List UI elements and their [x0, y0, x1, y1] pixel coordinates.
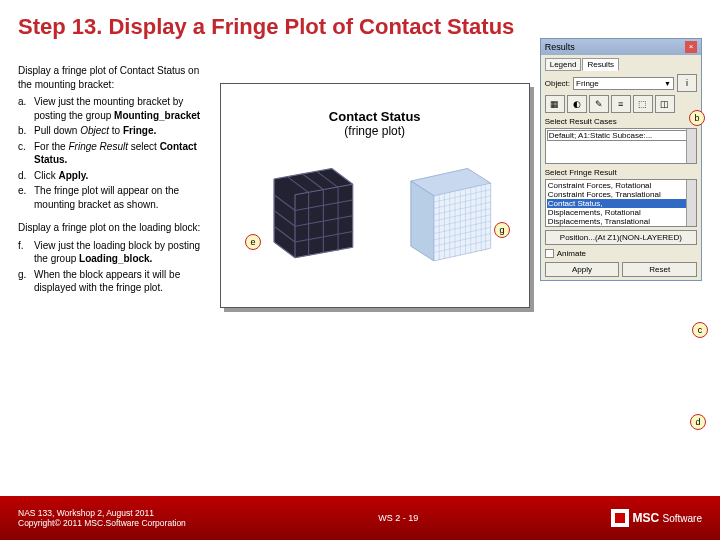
steps-list-1: a.View just the mounting bracket by post… — [18, 95, 215, 211]
panel-title-text: Results — [545, 42, 575, 52]
footer-page: WS 2 - 19 — [378, 513, 418, 523]
cases-title: Select Result Cases — [545, 117, 617, 126]
cube-right — [392, 158, 497, 263]
list-item[interactable]: Constraint Forces, Translational — [547, 190, 695, 199]
fringe-title-row: Select Fringe Result — [545, 168, 697, 177]
footer: NAS 133, Workshop 2, August 2011 Copyrig… — [0, 496, 720, 540]
content-area: Display a fringe plot of Contact Status … — [0, 48, 720, 308]
tab-results[interactable]: Results — [582, 58, 619, 71]
cube-left — [253, 158, 358, 263]
callout-c: c — [692, 322, 708, 338]
object-label: Object: — [545, 79, 570, 88]
cases-listbox[interactable]: Default; A1:Static Subcase:... — [545, 128, 697, 164]
step-text: The fringe plot will appear on the mount… — [34, 184, 215, 211]
object-select[interactable]: Fringe ▼ — [573, 77, 674, 90]
step-text: View just the mounting bracket by postin… — [34, 95, 215, 122]
icon-6[interactable]: ◫ — [655, 95, 675, 113]
chevron-down-icon: ▼ — [664, 80, 671, 87]
list-item-selected[interactable]: Contact Status, — [547, 199, 695, 208]
figure-subtitle: (fringe plot) — [221, 124, 529, 138]
step-marker: c. — [18, 140, 34, 167]
button-row: Apply Reset — [545, 262, 697, 277]
step-marker: e. — [18, 184, 34, 211]
object-row: Object: Fringe ▼ i — [545, 74, 697, 92]
panel-body: Legend Results Object: Fringe ▼ i ▦ ◐ ✎ … — [541, 55, 701, 280]
position-button[interactable]: Position...(At Z1)(NON-LAYERED) — [545, 230, 697, 245]
results-panel: Results × Legend Results Object: Fringe … — [540, 38, 702, 281]
instructions-column: Display a fringe plot of Contact Status … — [18, 48, 215, 308]
reset-button[interactable]: Reset — [622, 262, 697, 277]
icon-2[interactable]: ◐ — [567, 95, 587, 113]
footer-logo: MSC Software — [611, 509, 702, 527]
cases-title-row: Select Result Cases ✶ — [545, 117, 697, 126]
step-marker: b. — [18, 124, 34, 138]
fringe-title: Select Fringe Result — [545, 168, 617, 177]
step-text: For the Fringe Result select Contact Sta… — [34, 140, 215, 167]
intro-text-1: Display a fringe plot of Contact Status … — [18, 64, 215, 91]
step-text: When the block appears it will be displa… — [34, 268, 215, 295]
step-text: Click Apply. — [34, 169, 215, 183]
callout-e: e — [245, 234, 261, 250]
list-item[interactable]: Displacements, Translational — [547, 217, 695, 226]
intro-text-2: Display a fringe plot on the loading blo… — [18, 221, 215, 235]
steps-list-2: f.View just the loading block by posting… — [18, 239, 215, 295]
callout-b: b — [689, 110, 705, 126]
scrollbar[interactable] — [686, 180, 696, 226]
panel-titlebar: Results × — [541, 39, 701, 55]
icon-1[interactable]: ▦ — [545, 95, 565, 113]
footer-left: NAS 133, Workshop 2, August 2011 Copyrig… — [18, 508, 186, 528]
step-marker: f. — [18, 239, 34, 266]
icon-5[interactable]: ⬚ — [633, 95, 653, 113]
footer-line2: Copyright© 2011 MSC.Software Corporation — [18, 518, 186, 528]
animate-label: Animate — [557, 249, 586, 258]
apply-button[interactable]: Apply — [545, 262, 620, 277]
figure-frame: Contact Status (fringe plot) — [220, 83, 530, 308]
list-item[interactable]: Displacements, Rotational — [547, 208, 695, 217]
fringe-listbox[interactable]: Constraint Forces, Rotational Constraint… — [545, 179, 697, 227]
scrollbar[interactable] — [686, 129, 696, 163]
callout-g: g — [494, 222, 510, 238]
info-icon[interactable]: i — [677, 74, 697, 92]
callout-d: d — [690, 414, 706, 430]
step-marker: g. — [18, 268, 34, 295]
cube-graphics — [221, 158, 529, 263]
figure-column: Contact Status (fringe plot) — [220, 83, 530, 308]
animate-row: Animate — [545, 249, 697, 258]
logo-text: MSC Software — [633, 511, 702, 525]
toolbar-icons: ▦ ◐ ✎ ≡ ⬚ ◫ — [545, 95, 697, 113]
object-value: Fringe — [576, 79, 599, 88]
logo-icon — [611, 509, 629, 527]
close-icon[interactable]: × — [685, 41, 697, 53]
step-marker: a. — [18, 95, 34, 122]
panel-tabs: Legend Results — [545, 58, 697, 71]
tab-legend[interactable]: Legend — [545, 58, 582, 71]
icon-4[interactable]: ≡ — [611, 95, 631, 113]
step-text: View just the loading block by posting t… — [34, 239, 215, 266]
list-item[interactable]: Constraint Forces, Rotational — [547, 181, 695, 190]
footer-line1: NAS 133, Workshop 2, August 2011 — [18, 508, 186, 518]
animate-checkbox[interactable] — [545, 249, 554, 258]
figure-title: Contact Status — [221, 109, 529, 124]
list-item[interactable]: Default; A1:Static Subcase:... — [547, 130, 695, 141]
icon-3[interactable]: ✎ — [589, 95, 609, 113]
step-marker: d. — [18, 169, 34, 183]
results-panel-column: Results × Legend Results Object: Fringe … — [540, 38, 702, 308]
step-text: Pull down Object to Fringe. — [34, 124, 215, 138]
